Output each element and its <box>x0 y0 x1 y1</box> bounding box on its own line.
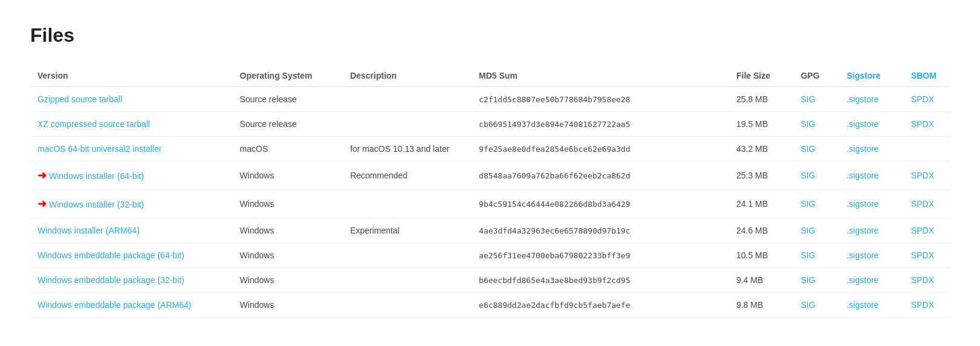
table-row: ➜Windows installer (32-bit)Windows9b4c59… <box>30 190 950 218</box>
header-sbom: SBOM <box>904 65 950 87</box>
table-row: macOS 64-bit universal2 installermacOSfo… <box>30 137 950 162</box>
file-sbom-link[interactable]: SPDX <box>904 87 950 112</box>
file-sbom-link[interactable]: SPDX <box>904 243 950 268</box>
file-gpg-link[interactable]: SIG <box>793 137 839 162</box>
file-description: Experimental <box>343 218 472 243</box>
file-size: 9.4 MB <box>729 268 793 293</box>
file-version-link[interactable]: Gzipped source tarball <box>37 94 122 104</box>
file-gpg-link[interactable]: SIG <box>793 112 839 137</box>
file-description <box>343 268 472 293</box>
file-md5: 9fe25ae8e0dfea2854e6bce62e69a3dd <box>472 137 729 162</box>
file-md5: ae256f31ee4700eba679802233bff3e9 <box>472 243 729 268</box>
file-version-link[interactable]: Windows installer (ARM64) <box>37 226 140 235</box>
file-version-link[interactable]: Windows installer (64-bit) <box>49 171 144 181</box>
file-os: Source release <box>233 87 343 112</box>
file-md5: 9b4c59154c46444e082266d8bd3a6429 <box>472 190 729 218</box>
file-sigstore-link[interactable]: .sigstore <box>839 293 903 318</box>
file-os: Windows <box>233 162 343 190</box>
header-md5: MD5 Sum <box>472 65 729 87</box>
header-version: Version <box>30 65 233 87</box>
file-size: 43.2 MB <box>729 137 793 162</box>
header-filesize: File Size <box>729 65 793 87</box>
arrow-indicator-icon: ➜ <box>37 169 47 182</box>
file-os: Windows <box>233 268 343 293</box>
file-gpg-link[interactable]: SIG <box>793 87 839 112</box>
file-sigstore-link[interactable]: .sigstore <box>839 243 903 268</box>
file-description <box>343 112 472 137</box>
file-version-link[interactable]: XZ compressed source tarball <box>37 119 150 129</box>
file-sigstore-link[interactable]: .sigstore <box>839 268 903 293</box>
file-os: Source release <box>233 112 343 137</box>
file-md5: c2f1dd5c8807ee50b778684b7958ee28 <box>472 87 729 112</box>
file-sbom-link <box>904 137 950 162</box>
file-sbom-link[interactable]: SPDX <box>904 218 950 243</box>
header-description: Description <box>343 65 472 87</box>
file-sbom-link[interactable]: SPDX <box>904 293 950 318</box>
file-sigstore-link[interactable]: .sigstore <box>839 87 903 112</box>
file-os: macOS <box>233 137 343 162</box>
files-table: Version Operating System Description MD5… <box>30 65 950 318</box>
file-sbom-link[interactable]: SPDX <box>904 190 950 218</box>
file-gpg-link[interactable]: SIG <box>793 243 839 268</box>
file-md5: cb669514937d3e894e74081627722aa5 <box>472 112 729 137</box>
file-sigstore-link[interactable]: .sigstore <box>839 162 903 190</box>
file-size: 25.8 MB <box>729 87 793 112</box>
file-sbom-link[interactable]: SPDX <box>904 162 950 190</box>
file-size: 24.1 MB <box>729 190 793 218</box>
table-row: Windows embeddable package (32-bit)Windo… <box>30 268 950 293</box>
file-sigstore-link[interactable]: .sigstore <box>839 218 903 243</box>
file-version-link[interactable]: Windows embeddable package (64-bit) <box>37 250 184 260</box>
file-os: Windows <box>233 218 343 243</box>
file-sigstore-link[interactable]: .sigstore <box>839 137 903 162</box>
table-row: Windows embeddable package (ARM64)Window… <box>30 293 950 318</box>
file-description: Recommended <box>343 162 472 190</box>
file-description <box>343 243 472 268</box>
table-row: Windows installer (ARM64)WindowsExperime… <box>30 218 950 243</box>
page-title: Files <box>30 24 950 47</box>
arrow-indicator-icon: ➜ <box>37 197 47 211</box>
header-gpg: GPG <box>793 65 839 87</box>
file-os: Windows <box>233 293 343 318</box>
table-row: XZ compressed source tarballSource relea… <box>30 112 950 137</box>
file-gpg-link[interactable]: SIG <box>793 218 839 243</box>
file-size: 24.6 MB <box>729 218 793 243</box>
file-gpg-link[interactable]: SIG <box>793 293 839 318</box>
file-sbom-link[interactable]: SPDX <box>904 112 950 137</box>
file-size: 19.5 MB <box>729 112 793 137</box>
file-gpg-link[interactable]: SIG <box>793 268 839 293</box>
file-size: 9.8 MB <box>729 293 793 318</box>
file-version-link[interactable]: Windows embeddable package (ARM64) <box>37 300 191 310</box>
file-size: 10.5 MB <box>729 243 793 268</box>
file-sbom-link[interactable]: SPDX <box>904 268 950 293</box>
file-version-link[interactable]: Windows installer (32-bit) <box>49 200 144 209</box>
file-size: 25.3 MB <box>729 162 793 190</box>
file-version-link[interactable]: macOS 64-bit universal2 installer <box>37 144 161 154</box>
table-header-row: Version Operating System Description MD5… <box>30 65 950 87</box>
file-description <box>343 293 472 318</box>
header-sigstore: Sigstore <box>839 65 903 87</box>
file-description <box>343 87 472 112</box>
file-md5: e6c889dd2ae2dacfbfd9cb5faeb7aefe <box>472 293 729 318</box>
file-version-link[interactable]: Windows embeddable package (32-bit) <box>37 275 184 285</box>
header-os: Operating System <box>233 65 343 87</box>
table-row: Windows embeddable package (64-bit)Windo… <box>30 243 950 268</box>
file-gpg-link[interactable]: SIG <box>793 190 839 218</box>
file-md5: 4ae3dfd4a32963ec6e6578890d97b19c <box>472 218 729 243</box>
file-md5: b6eecbdfd865e4a3ae8bed93b9f2cd95 <box>472 268 729 293</box>
file-os: Windows <box>233 190 343 218</box>
file-description <box>343 190 472 218</box>
file-md5: d8548aa7609a762ba66f62eeb2ca862d <box>472 162 729 190</box>
file-gpg-link[interactable]: SIG <box>793 162 839 190</box>
file-sigstore-link[interactable]: .sigstore <box>839 190 903 218</box>
table-row: Gzipped source tarballSource releasec2f1… <box>30 87 950 112</box>
file-os: Windows <box>233 243 343 268</box>
file-sigstore-link[interactable]: .sigstore <box>839 112 903 137</box>
file-description: for macOS 10.13 and later <box>343 137 472 162</box>
table-row: ➜Windows installer (64-bit)WindowsRecomm… <box>30 162 950 190</box>
